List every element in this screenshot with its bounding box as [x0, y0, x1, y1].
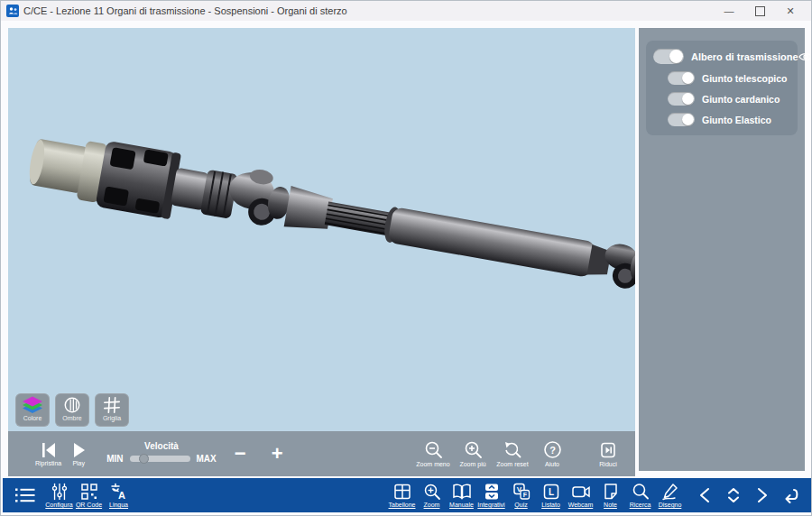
tabellone-label: Tabellone — [389, 502, 416, 508]
toolbar-center-group: Tabellone Zoom Manuale — [387, 483, 685, 508]
reduce-button[interactable]: Riduci — [590, 441, 626, 467]
video-camera-icon — [571, 483, 591, 501]
shadow-button-label: Ombre — [62, 415, 81, 421]
maximize-icon — [755, 6, 765, 16]
zoom-reset-button[interactable]: Zoom reset — [494, 440, 531, 467]
speed-label: Velocità — [144, 441, 179, 451]
return-arrow-icon — [781, 487, 801, 503]
grid-icon — [102, 396, 122, 414]
ricerca-button[interactable]: Ricerca — [625, 483, 655, 508]
speed-control: Velocità MIN MAX — [106, 445, 217, 464]
play-icon — [70, 442, 87, 458]
reduce-icon — [599, 441, 617, 459]
manuale-button[interactable]: Manuale — [447, 483, 476, 508]
layers-card: Albero di trasmissione Giunto telescopic… — [646, 41, 798, 135]
disegno-label: Disegno — [659, 502, 682, 508]
giunto-cardanico-toggle[interactable] — [668, 92, 695, 106]
layer-row-giunto-elastico: Giunto Elastico — [653, 113, 790, 126]
speed-max-label: MAX — [197, 454, 217, 464]
webcam-label: Webcam — [568, 502, 594, 508]
giunto-telescopico-toggle[interactable] — [668, 71, 695, 85]
zoom-out-label: Zoom meno — [416, 461, 449, 467]
listato-button[interactable]: L Listato — [536, 483, 566, 508]
giunto-elastico-toggle[interactable] — [668, 113, 695, 126]
manuale-label: Manuale — [449, 502, 474, 508]
integrativi-button[interactable]: Integrativi — [476, 483, 506, 508]
svg-text:F: F — [522, 492, 527, 498]
speed-increase-button[interactable]: + — [272, 444, 283, 464]
zoom-in-button[interactable]: Zoom più — [455, 440, 491, 467]
restart-button[interactable]: Ripristina — [35, 442, 61, 466]
return-button[interactable] — [780, 487, 802, 503]
true-false-icon: V F — [512, 483, 531, 501]
layer-label: Giunto cardanico — [702, 94, 780, 105]
help-button[interactable]: ? Aiuto — [534, 440, 570, 467]
main-toolbar: Configura QR Code A Lingua — [3, 478, 811, 512]
view-options-group: Colore Ombre Griglia — [15, 393, 129, 427]
layer-row-albero-di-trasmissione: Albero di trasmissione — [653, 49, 790, 64]
zoom-reset-icon — [503, 440, 522, 459]
reduce-label: Riduci — [599, 461, 616, 467]
zoom-reset-label: Zoom reset — [496, 461, 528, 467]
integrativi-label: Integrativi — [477, 502, 504, 508]
restart-label: Ripristina — [35, 460, 61, 466]
layer-label: Giunto Elastico — [702, 115, 771, 125]
minimize-button[interactable]: — — [714, 2, 744, 20]
layer-row-giunto-telescopico: Giunto telescopico — [653, 71, 790, 85]
zoom-button[interactable]: Zoom — [417, 483, 447, 508]
tabellone-button[interactable]: Tabellone — [387, 483, 417, 508]
zoom-controls-group: Zoom meno Zoom più Zoom reset — [415, 440, 635, 467]
ricerca-label: Ricerca — [630, 502, 651, 508]
qr-code-button[interactable]: QR Code — [74, 483, 104, 508]
speed-slider[interactable] — [130, 456, 190, 462]
sliders-icon — [50, 483, 69, 501]
close-button[interactable]: ✕ — [775, 2, 806, 20]
list-l-icon: L — [542, 483, 560, 501]
color-button-label: Colore — [23, 415, 42, 421]
zoom-label: Zoom — [424, 502, 440, 508]
quiz-label: Quiz — [514, 502, 527, 508]
qr-code-label: QR Code — [76, 502, 102, 508]
play-button[interactable]: Play — [70, 442, 87, 466]
lingua-button[interactable]: A Lingua — [104, 483, 134, 508]
stacked-chevron-cards-icon — [484, 483, 500, 501]
albero-di-trasmissione-toggle[interactable] — [653, 49, 684, 64]
driveshaft-3d-model — [8, 28, 635, 431]
skip-to-start-icon — [40, 442, 58, 458]
app-logo-icon — [6, 5, 19, 17]
zoom-out-icon — [424, 440, 443, 459]
lingua-label: Lingua — [109, 502, 128, 508]
svg-text:?: ? — [549, 445, 556, 456]
note-page-icon — [603, 483, 619, 501]
maximize-button[interactable] — [744, 2, 775, 20]
toolbar-nav-group — [694, 487, 802, 503]
qr-code-icon — [80, 483, 98, 501]
webcam-button[interactable]: Webcam — [566, 483, 595, 508]
menu-button[interactable] — [10, 485, 41, 505]
pen-draw-icon — [661, 483, 679, 501]
zoom-out-button[interactable]: Zoom meno — [415, 440, 451, 467]
zoom-in-label: Zoom più — [459, 461, 485, 467]
speed-decrease-button[interactable]: − — [235, 444, 246, 464]
visibility-eye-icon[interactable] — [798, 51, 812, 62]
app-window: C/CE - Lezione 11 Organi di trasmissione… — [0, 0, 812, 516]
magnifier-plus-icon — [423, 483, 441, 501]
configura-button[interactable]: Configura — [44, 483, 74, 508]
color-button[interactable]: Colore — [15, 393, 50, 427]
window-title: C/CE - Lezione 11 Organi di trasmissione… — [23, 5, 347, 16]
shadow-button[interactable]: Ombre — [55, 393, 89, 427]
title-bar: C/CE - Lezione 11 Organi di trasmissione… — [1, 1, 811, 21]
nav-up-down-button[interactable] — [723, 487, 744, 503]
3d-viewport[interactable]: Colore Ombre Griglia — [8, 28, 635, 431]
listato-label: Listato — [541, 502, 560, 508]
nav-next-button[interactable] — [752, 487, 773, 503]
quiz-button[interactable]: V F Quiz — [506, 483, 536, 508]
disegno-button[interactable]: Disegno — [655, 483, 685, 508]
chevron-left-icon — [698, 487, 711, 503]
configura-label: Configura — [45, 502, 72, 508]
note-button[interactable]: Note — [595, 483, 625, 508]
grid-button[interactable]: Griglia — [95, 393, 129, 427]
help-icon: ? — [543, 440, 562, 459]
speed-slider-knob[interactable] — [139, 454, 149, 464]
nav-previous-button[interactable] — [694, 487, 715, 503]
